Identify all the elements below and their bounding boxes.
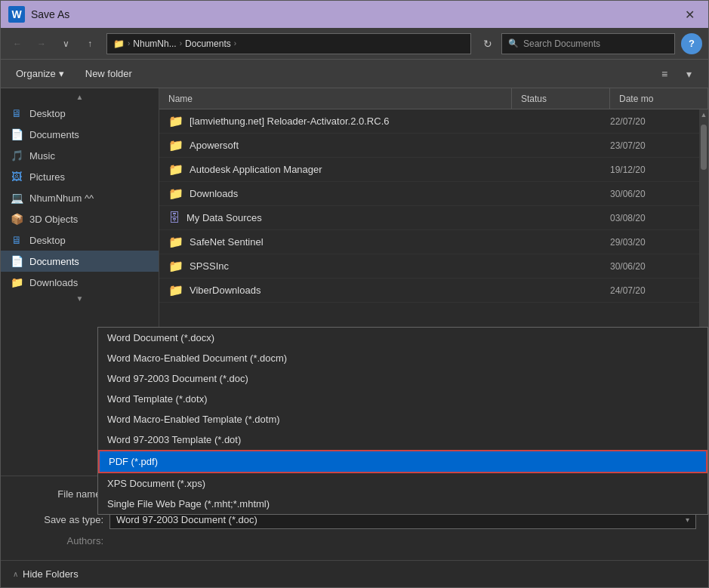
- view-mode-button[interactable]: ≡: [654, 63, 675, 85]
- file-cell-name: 📁 [lamviethung.net] Reloader-Activator.2…: [159, 109, 503, 133]
- sidebar-item-desktop[interactable]: 🖥 Desktop: [1, 103, 159, 124]
- saveastype-label: Save as type:: [13, 514, 103, 525]
- sidebar-label-desktop: Desktop: [29, 108, 66, 119]
- sidebar-label-documents2: Documents: [29, 256, 79, 267]
- dropdown-item-dotx[interactable]: Word Template (*.dotx): [98, 389, 707, 409]
- dropdown-item-docx[interactable]: Word Document (*.docx): [98, 328, 707, 348]
- file-cell-name: 📁 Downloads: [159, 182, 503, 205]
- file-cell-name: 📁 ViberDownloads: [159, 279, 503, 302]
- table-row[interactable]: 📁 Downloads 30/06/20: [159, 182, 699, 206]
- sidebar-item-3dobjects[interactable]: 📦 3D Objects: [1, 208, 159, 229]
- file-cell-name: 📁 SafeNet Sentinel: [159, 230, 503, 254]
- word-icon: W: [8, 6, 25, 23]
- desktop-icon: 🖥: [10, 106, 23, 120]
- column-header-date[interactable]: Date mo: [610, 88, 708, 109]
- table-row[interactable]: 📁 SPSSInc 30/06/20: [159, 254, 699, 279]
- file-cell-date: 23/07/20: [601, 134, 699, 157]
- file-cell-status: [503, 206, 601, 229]
- organize-label: Organize: [16, 68, 56, 79]
- file-name: Apowersoft: [190, 140, 239, 151]
- file-cell-date: 22/07/20: [601, 109, 699, 133]
- file-name: Autodesk Application Manager: [190, 164, 322, 175]
- view-dropdown-button[interactable]: ▾: [678, 63, 699, 85]
- table-row[interactable]: 📁 Autodesk Application Manager 19/12/20: [159, 158, 699, 182]
- column-header-status[interactable]: Status: [512, 88, 610, 109]
- dialog-title: Save As: [31, 8, 69, 20]
- help-button[interactable]: ?: [681, 33, 702, 54]
- file-cell-status: [503, 158, 601, 181]
- sidebar-item-documents2[interactable]: 📄 Documents: [1, 251, 159, 272]
- dropdown-item-dot[interactable]: Word 97-2003 Template (*.dot): [98, 429, 707, 450]
- sidebar-scroll-down[interactable]: ▼: [1, 293, 159, 304]
- folder-icon: 📁: [168, 114, 183, 128]
- table-row[interactable]: 🗄 My Data Sources 03/08/20: [159, 206, 699, 230]
- file-cell-date: 30/06/20: [601, 182, 699, 205]
- file-cell-status: [503, 109, 601, 133]
- folder-icon: 📁: [168, 235, 183, 249]
- sidebar-label-3dobjects: 3D Objects: [29, 214, 78, 225]
- organize-button[interactable]: Organize ▾: [10, 65, 70, 82]
- breadcrumb-bar[interactable]: 📁 › NhumNh... › Documents ›: [106, 33, 471, 54]
- saveastype-value: Word 97-2003 Document (*.doc): [116, 514, 257, 525]
- file-cell-status: [503, 254, 601, 278]
- dropdown-nav-button[interactable]: ∨: [55, 33, 76, 54]
- dropdown-item-docm[interactable]: Word Macro-Enabled Document (*.docm): [98, 348, 707, 368]
- forward-button[interactable]: →: [31, 33, 52, 54]
- title-bar-left: W Save As: [8, 6, 69, 23]
- 3dobjects-icon: 📦: [10, 212, 23, 226]
- close-button[interactable]: ✕: [678, 5, 701, 23]
- toolbar: ← → ∨ ↑ 📁 › NhumNh... › Documents › ↻ 🔍 …: [1, 28, 708, 60]
- folder-icon: 📁: [168, 283, 183, 297]
- refresh-button[interactable]: ↻: [477, 33, 498, 54]
- pictures-icon: 🖼: [10, 170, 23, 183]
- chevron-up-icon: ∧: [13, 570, 18, 578]
- dropdown-item-dotm[interactable]: Word Macro-Enabled Template (*.dotm): [98, 409, 707, 429]
- breadcrumb-nhumnhum[interactable]: NhumNh...: [133, 38, 176, 49]
- dropdown-item-pdf[interactable]: PDF (*.pdf): [98, 450, 707, 473]
- hide-folders-label: Hide Folders: [23, 568, 79, 580]
- folder-icon: 📁: [168, 162, 183, 177]
- scrollbar-up-arrow[interactable]: ▲: [699, 109, 708, 120]
- sidebar-item-nhumnhum[interactable]: 💻 NhumNhum ^^: [1, 187, 159, 208]
- back-button[interactable]: ←: [7, 33, 28, 54]
- column-header-name[interactable]: Name: [159, 88, 512, 109]
- sidebar-item-downloads[interactable]: 📁 Downloads: [1, 272, 159, 293]
- file-cell-status: [503, 230, 601, 254]
- dropdown-item-xps[interactable]: XPS Document (*.xps): [98, 473, 707, 494]
- file-cell-date: 19/12/20: [601, 158, 699, 181]
- hide-folders-bar[interactable]: ∧ Hide Folders: [1, 560, 708, 587]
- documents-icon: 📄: [10, 128, 23, 141]
- dropdown-item-mhtml[interactable]: Single File Web Page (*.mht;*.mhtml): [98, 494, 707, 514]
- table-row[interactable]: 📁 Apowersoft 23/07/20: [159, 134, 699, 158]
- folder-icon: 📁: [168, 138, 183, 152]
- sidebar-label-music: Music: [29, 150, 55, 162]
- search-box[interactable]: 🔍 Search Documents: [501, 33, 675, 54]
- file-name: SafeNet Sentinel: [190, 236, 264, 248]
- view-options: ≡ ▾: [654, 63, 699, 85]
- save-as-dialog: W Save As ✕ ← → ∨ ↑ 📁 › NhumNh... › Docu…: [0, 0, 709, 588]
- file-name: My Data Sources: [186, 212, 262, 223]
- table-row[interactable]: 📁 ViberDownloads 24/07/20: [159, 279, 699, 303]
- dropdown-item-doc[interactable]: Word 97-2003 Document (*.doc): [98, 368, 707, 389]
- breadcrumb-documents[interactable]: Documents: [185, 38, 231, 49]
- organize-arrow-icon: ▾: [59, 68, 64, 79]
- saveastype-dropdown: Word Document (*.docx) Word Macro-Enable…: [97, 327, 708, 515]
- search-placeholder: Search Documents: [523, 38, 600, 49]
- sidebar-label-nhumnhum: NhumNhum ^^: [29, 192, 94, 204]
- sidebar-item-desktop2[interactable]: 🖥 Desktop: [1, 229, 159, 251]
- sidebar-item-music[interactable]: 🎵 Music: [1, 145, 159, 166]
- documents2-icon: 📄: [10, 254, 23, 268]
- up-button[interactable]: ↑: [79, 33, 100, 54]
- file-cell-name: 📁 Apowersoft: [159, 134, 503, 157]
- sidebar-item-documents[interactable]: 📄 Documents: [1, 124, 159, 145]
- folder-icon: 📁: [168, 259, 183, 273]
- table-row[interactable]: 📁 SafeNet Sentinel 29/03/20: [159, 230, 699, 254]
- downloads-icon: 📁: [10, 276, 23, 289]
- new-folder-button[interactable]: New folder: [76, 65, 141, 82]
- sidebar-item-pictures[interactable]: 🖼 Pictures: [1, 166, 159, 187]
- file-name: [lamviethung.net] Reloader-Activator.2.0…: [190, 115, 389, 127]
- desktop2-icon: 🖥: [10, 233, 23, 247]
- sidebar-scroll-up[interactable]: ▲: [1, 91, 159, 103]
- scrollbar-thumb[interactable]: [701, 125, 707, 170]
- table-row[interactable]: 📁 [lamviethung.net] Reloader-Activator.2…: [159, 109, 699, 134]
